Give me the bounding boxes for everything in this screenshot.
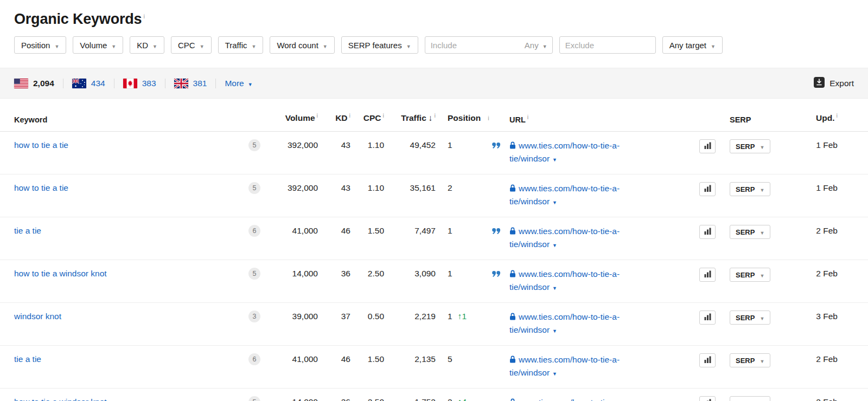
col-header-volume[interactable]: Volumei <box>264 109 318 124</box>
filter-label: Position <box>21 41 50 50</box>
filter-volume[interactable]: Volume <box>73 36 123 54</box>
chevron-down-icon <box>760 185 764 193</box>
col-header-traffic[interactable]: Traffic↓i <box>384 109 436 124</box>
keyword-link[interactable]: how to tie a tie <box>14 182 68 194</box>
position-history-button[interactable] <box>699 139 716 153</box>
col-header-keyword[interactable]: Keyword <box>14 115 264 124</box>
url-link[interactable]: www.ties.com/how-to-tie-a- <box>519 184 620 193</box>
volume-cell: 392,000 <box>264 182 318 194</box>
col-header-url[interactable]: URLi <box>509 114 699 124</box>
bar-chart-icon <box>704 185 711 193</box>
filter-traffic[interactable]: Traffic <box>218 36 264 54</box>
keyword-link[interactable]: how to tie a tie <box>14 139 68 151</box>
export-label: Export <box>829 79 854 88</box>
title-info-icon: i <box>143 13 144 20</box>
filter-position[interactable]: Position <box>14 36 66 54</box>
quote-cell <box>490 268 509 280</box>
position-history-button[interactable] <box>699 225 716 239</box>
traffic-cell: 35,161 <box>384 182 436 194</box>
url-dropdown-icon[interactable] <box>552 324 557 338</box>
keyword-cell: windsor knot 3 <box>14 311 264 322</box>
url-link[interactable]: tie/windsor <box>509 368 550 377</box>
quote-cell <box>490 182 509 194</box>
keyword-link[interactable]: tie a tie <box>14 225 41 237</box>
word-count-badge: 5 <box>248 182 260 194</box>
gb-flag-icon <box>174 79 188 88</box>
position-value: 1 <box>448 268 452 280</box>
serp-button[interactable]: SERP <box>730 311 770 325</box>
serp-button[interactable]: SERP <box>730 225 770 239</box>
url-link[interactable]: www.ties.com/how-to-tie-a- <box>519 227 620 236</box>
url-dropdown-icon[interactable] <box>552 195 557 209</box>
position-history-button[interactable] <box>699 182 716 196</box>
filter-word-count[interactable]: Word count <box>270 36 334 54</box>
position-cell: 1 <box>436 139 490 151</box>
url-link[interactable]: tie/windsor <box>509 325 550 334</box>
url-dropdown-icon[interactable] <box>552 281 557 295</box>
exclude-input[interactable] <box>559 36 656 54</box>
target-dropdown[interactable]: Any target <box>662 36 723 54</box>
col-header-upd[interactable]: Upd.i <box>789 109 854 124</box>
col-header-kd[interactable]: KDi <box>318 109 350 124</box>
url-link[interactable]: tie/windsor <box>509 282 550 292</box>
export-button[interactable]: Export <box>814 77 854 90</box>
url-link[interactable]: www.ties.com/how-to-tie-a- <box>519 355 620 364</box>
url-link[interactable]: tie/windsor <box>509 240 550 249</box>
url-dropdown-icon[interactable] <box>552 152 557 166</box>
cpc-cell: 1.50 <box>350 353 384 365</box>
url-link[interactable]: tie/windsor <box>509 197 550 206</box>
country-tab-us[interactable]: 2,094 <box>14 79 54 88</box>
more-countries-button[interactable]: More <box>225 79 252 88</box>
url-dropdown-icon[interactable] <box>552 366 557 380</box>
serp-button-label: SERP <box>736 185 755 193</box>
col-header-serp[interactable]: SERP <box>730 115 789 124</box>
keyword-link[interactable]: how to tie a windsor knot <box>14 396 107 401</box>
position-history-button[interactable] <box>699 353 716 367</box>
filter-label: Volume <box>80 41 107 50</box>
url-link[interactable]: www.ties.com/how-to-tie-a- <box>519 312 620 321</box>
keyword-link[interactable]: windsor knot <box>14 311 61 322</box>
position-history-button[interactable] <box>699 311 716 325</box>
country-tab-ca[interactable]: 383 <box>123 79 156 88</box>
table-row: how to tie a windsor knot 5 14,000 36 2.… <box>0 389 868 401</box>
col-header-position[interactable]: Positioni <box>436 112 490 124</box>
country-tab-gb[interactable]: 381 <box>174 79 207 88</box>
filter-serp-features[interactable]: SERP features <box>341 36 418 54</box>
page-title-text: Organic Keywords <box>14 11 142 27</box>
filter-label: SERP features <box>348 41 402 50</box>
chevron-down-icon <box>760 399 764 401</box>
position-value: 1 <box>448 139 452 151</box>
updated-cell: 2 Feb <box>789 353 854 365</box>
keyword-link[interactable]: how to tie a windsor knot <box>14 268 107 280</box>
url-link[interactable]: www.ties.com/how-to-tie-a- <box>519 398 620 401</box>
url-link[interactable]: tie/windsor <box>509 154 550 163</box>
url-link[interactable]: www.ties.com/how-to-tie-a- <box>519 269 620 279</box>
col-header-cpc[interactable]: CPCi <box>350 109 384 124</box>
url-dropdown-icon[interactable] <box>552 238 557 252</box>
country-count: 434 <box>91 79 105 88</box>
filter-cpc[interactable]: CPC <box>171 36 212 54</box>
cpc-cell: 1.10 <box>350 139 384 151</box>
serp-button[interactable]: SERP <box>730 268 770 282</box>
serp-cell: SERP <box>730 268 789 282</box>
info-icon: i <box>837 112 838 119</box>
serp-button[interactable]: SERP <box>730 182 770 196</box>
serp-button[interactable]: SERP <box>730 139 770 153</box>
serp-button[interactable]: SERP <box>730 353 770 367</box>
serp-button[interactable]: SERP <box>730 396 770 401</box>
include-mode-dropdown[interactable]: Any <box>525 41 547 50</box>
cpc-cell: 1.50 <box>350 225 384 237</box>
keyword-link[interactable]: tie a tie <box>14 353 41 365</box>
country-count: 383 <box>142 79 156 88</box>
chevron-down-icon <box>760 271 764 279</box>
position-history-button[interactable] <box>699 268 716 282</box>
kd-cell: 46 <box>318 353 350 365</box>
filter-kd[interactable]: KD <box>130 36 164 54</box>
cpc-cell: 0.50 <box>350 311 384 322</box>
lock-icon <box>509 225 516 238</box>
url-link[interactable]: www.ties.com/how-to-tie-a- <box>519 141 620 150</box>
chart-cell <box>699 353 730 367</box>
keyword-cell: how to tie a tie 5 <box>14 139 264 151</box>
country-tab-au[interactable]: 434 <box>72 79 105 88</box>
position-history-button[interactable] <box>699 396 716 401</box>
